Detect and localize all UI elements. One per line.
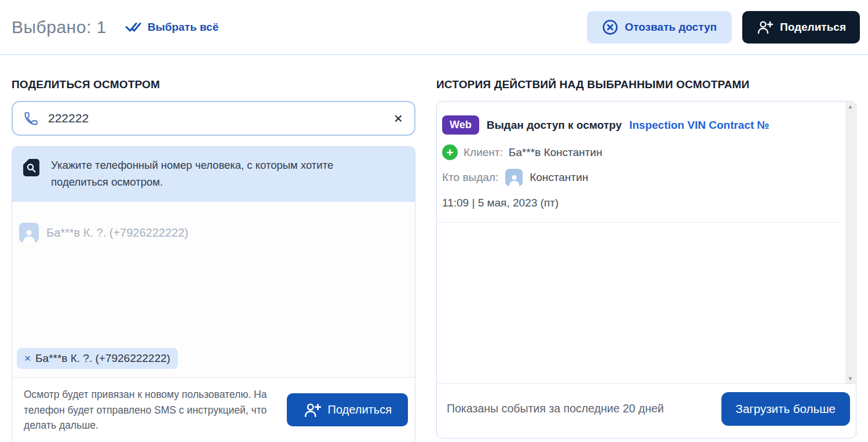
event-client-row: + Клиент: Ба***в Константин — [442, 144, 841, 160]
history-panel: ИСТОРИЯ ДЕЙСТВИЙ НАД ВЫБРАННЫМИ ОСМОТРАМ… — [436, 55, 856, 442]
client-name: Ба***в Константин — [509, 146, 603, 159]
issuer-label: Кто выдал: — [442, 171, 498, 184]
share-submit-button[interactable]: Поделиться — [287, 393, 408, 426]
share-card: Укажите телефонный номер человека, с кот… — [12, 146, 415, 442]
revoke-access-label: Отозвать доступ — [625, 21, 717, 34]
share-header-label: Поделиться — [780, 21, 846, 34]
history-panel-title: ИСТОРИЯ ДЕЙСТВИЙ НАД ВЫБРАННЫМИ ОСМОТРАМ… — [436, 78, 856, 91]
phone-number-input[interactable] — [48, 111, 394, 125]
history-scrollbar[interactable]: ▲ ▼ — [845, 102, 855, 383]
phone-input-container: × — [12, 101, 415, 136]
select-all-label: Выбрать всё — [148, 21, 218, 34]
history-card: Web Выдан доступ к осмотру Inspection VI… — [436, 101, 856, 439]
history-footer: Показаны события за последние 20 дней За… — [437, 383, 856, 438]
chip-remove-icon[interactable]: × — [24, 352, 31, 365]
selected-recipients: × Ба***в К. ?. (+7926222222) — [12, 348, 415, 377]
share-panel: ПОДЕЛИТЬСЯ ОСМОТРОМ × Укажите тел — [12, 55, 415, 442]
plus-circle-icon: + — [442, 144, 458, 160]
event-issuer-row: Кто выдал: Константин — [442, 169, 841, 186]
event-action-text: Выдан доступ к осмотру — [487, 119, 622, 132]
main-content: ПОДЕЛИТЬСЯ ОСМОТРОМ × Укажите тел — [0, 55, 868, 442]
clear-input-icon[interactable]: × — [394, 111, 403, 126]
avatar-icon — [19, 223, 39, 242]
circled-x-icon — [602, 19, 618, 35]
sms-instruction-note: Осмотр будет привязан к новому пользоват… — [24, 387, 276, 433]
phone-icon — [23, 111, 39, 126]
selected-count: Выбрано: 1 — [12, 17, 107, 37]
select-all-button[interactable]: Выбрать всё — [125, 21, 218, 34]
load-more-button[interactable]: Загрузить больше — [721, 392, 850, 426]
header-toolbar: Выбрано: 1 Выбрать всё Отозвать доступ — [0, 0, 868, 55]
revoke-access-button[interactable]: Отозвать доступ — [587, 11, 732, 44]
issuer-name: Константин — [530, 171, 588, 184]
avatar-icon — [505, 169, 523, 186]
recipient-chip-label: Ба***в К. ?. (+7926222222) — [35, 352, 170, 365]
share-submit-label: Поделиться — [328, 403, 392, 416]
event-divider — [437, 222, 841, 223]
event-header-row: Web Выдан доступ к осмотру Inspection VI… — [442, 115, 841, 135]
share-panel-title: ПОДЕЛИТЬСЯ ОСМОТРОМ — [12, 78, 415, 91]
suggestion-item[interactable]: Ба***в К. ?. (+7926222222) — [19, 223, 415, 242]
history-period-note: Показаны события за последние 20 дней — [447, 402, 664, 415]
source-badge: Web — [442, 115, 479, 135]
suggestion-list: Ба***в К. ?. (+7926222222) — [12, 202, 415, 348]
person-plus-icon — [756, 20, 774, 35]
scroll-up-icon[interactable]: ▲ — [848, 104, 854, 110]
document-search-icon — [21, 157, 41, 190]
double-check-icon — [125, 21, 143, 34]
recipient-chip: × Ба***в К. ?. (+7926222222) — [17, 348, 178, 369]
person-plus-icon — [303, 402, 322, 418]
event-timestamp: 11:09 | 5 мая, 2023 (пт) — [442, 197, 841, 209]
phone-hint-text: Укажите телефонный номер человека, с кот… — [51, 157, 387, 190]
client-label: Клиент: — [464, 146, 503, 159]
load-more-label: Загрузить больше — [736, 402, 836, 416]
scroll-down-icon[interactable]: ▼ — [848, 376, 854, 382]
history-scroll-area: Web Выдан доступ к осмотру Inspection VI… — [437, 102, 856, 383]
share-card-footer: Осмотр будет привязан к новому пользоват… — [12, 377, 415, 442]
phone-hint-banner: Укажите телефонный номер человека, с кот… — [12, 147, 415, 202]
inspection-link[interactable]: Inspection VIN Contract № — [629, 119, 769, 132]
suggestion-item-label: Ба***в К. ?. (+7926222222) — [46, 226, 188, 240]
share-button-header[interactable]: Поделиться — [742, 11, 860, 44]
